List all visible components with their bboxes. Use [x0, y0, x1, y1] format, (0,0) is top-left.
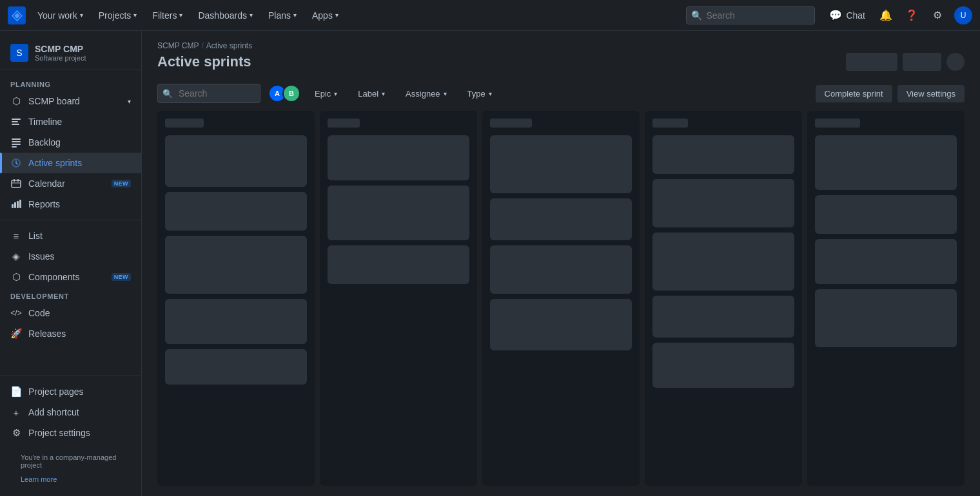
- planning-section-label: PLANNING: [0, 75, 141, 91]
- settings-button[interactable]: ⚙: [927, 5, 948, 26]
- board-search-input[interactable]: [157, 84, 260, 103]
- topnav-apps[interactable]: Apps ▾: [306, 6, 345, 24]
- reports-icon: [10, 198, 22, 210]
- svg-rect-13: [17, 201, 19, 208]
- epic-filter[interactable]: Epic ▾: [308, 86, 344, 102]
- card-skeleton: [815, 195, 957, 234]
- project-type: Software project: [35, 54, 131, 62]
- board-column-3: [645, 111, 802, 486]
- card-skeleton: [652, 179, 794, 227]
- sidebar-item-project-settings[interactable]: ⚙ Project settings: [0, 423, 141, 443]
- topnav-search-input[interactable]: [686, 6, 815, 24]
- card-skeleton: [490, 299, 632, 350]
- components-icon: ⬡: [10, 271, 22, 283]
- label-filter[interactable]: Label ▾: [351, 86, 391, 102]
- card-skeleton: [328, 245, 469, 284]
- svg-rect-6: [12, 144, 21, 145]
- chevron-down-icon: ▾: [334, 90, 337, 97]
- issues-icon: ◈: [10, 251, 22, 262]
- svg-rect-1: [12, 119, 21, 120]
- sidebar-item-calendar[interactable]: Calendar NEW: [0, 173, 141, 194]
- sidebar-item-list[interactable]: ≡ List: [0, 225, 141, 246]
- column-header-4: [815, 119, 957, 128]
- sidebar-item-active-sprints[interactable]: Active sprints: [0, 153, 141, 173]
- topnav-plans[interactable]: Plans ▾: [262, 6, 303, 24]
- column-header-3: [652, 119, 794, 128]
- card-skeleton: [165, 349, 307, 385]
- chevron-down-icon: ▾: [293, 12, 297, 19]
- card-skeleton: [165, 192, 307, 231]
- avatar-group: A B: [268, 84, 300, 102]
- assignee-filter[interactable]: Assignee ▾: [399, 86, 453, 102]
- sidebar-item-components[interactable]: ⬡ Components NEW: [0, 267, 141, 287]
- toolbar-skeleton-2: [903, 53, 941, 71]
- sidebar-item-add-shortcut[interactable]: + Add shortcut: [0, 402, 141, 423]
- card-skeleton: [490, 135, 632, 193]
- board-controls: 🔍 A B Epic ▾ Label ▾ Assignee ▾ Type ▾: [142, 84, 980, 111]
- learn-more-link[interactable]: Learn more: [10, 474, 131, 483]
- sidebar-item-project-pages[interactable]: 📄 Project pages: [0, 381, 141, 402]
- board-icon: ⬡: [10, 95, 22, 107]
- sidebar-item-code[interactable]: </> Code: [0, 303, 141, 323]
- card-skeleton: [652, 296, 794, 338]
- topnav-your-work[interactable]: Your work ▾: [31, 6, 90, 24]
- chevron-down-icon: ▾: [133, 12, 137, 19]
- breadcrumb: SCMP CMP / Active sprints: [157, 41, 965, 50]
- toolbar-skeleton-3: [946, 53, 965, 71]
- sidebar-item-issues[interactable]: ◈ Issues: [0, 246, 141, 267]
- column-header-0: [165, 119, 307, 128]
- topnav-filters[interactable]: Filters ▾: [146, 6, 189, 24]
- board-column-1: [320, 111, 477, 486]
- board-column-4: [807, 111, 965, 486]
- add-shortcut-icon: +: [10, 406, 22, 418]
- jira-logo[interactable]: [8, 6, 26, 24]
- board-header: SCMP CMP / Active sprints Active sprints: [142, 31, 980, 84]
- help-icon: ❓: [905, 9, 918, 21]
- view-settings-button[interactable]: View settings: [897, 85, 965, 102]
- topnav-projects[interactable]: Projects ▾: [92, 6, 144, 24]
- settings-icon: ⚙: [10, 427, 22, 439]
- svg-rect-12: [14, 202, 16, 208]
- notifications-button[interactable]: 🔔: [876, 5, 896, 26]
- sidebar-item-backlog[interactable]: Backlog: [0, 132, 141, 153]
- board-actions: Complete sprint View settings: [816, 85, 965, 102]
- card-skeleton: [165, 299, 307, 344]
- type-filter[interactable]: Type ▾: [461, 86, 498, 102]
- chat-button[interactable]: 💬 Chat: [824, 5, 870, 26]
- sidebar-item-reports[interactable]: Reports: [0, 194, 141, 215]
- new-badge: NEW: [112, 180, 131, 187]
- chevron-down-icon: ▾: [335, 12, 338, 19]
- topnav-dashboards[interactable]: Dashboards ▾: [191, 6, 259, 24]
- svg-rect-4: [12, 138, 21, 140]
- board-columns: [142, 111, 980, 496]
- svg-rect-11: [12, 204, 14, 208]
- user-avatar[interactable]: U: [954, 6, 972, 24]
- topnav: Your work ▾ Projects ▾ Filters ▾ Dashboa…: [0, 0, 980, 31]
- avatar-1[interactable]: B: [282, 84, 300, 102]
- chevron-down-icon: ▾: [444, 90, 447, 97]
- sidebar-item-releases[interactable]: 🚀 Releases: [0, 323, 141, 344]
- board-search-wrap: 🔍: [157, 84, 260, 103]
- card-skeleton: [490, 245, 632, 294]
- pages-icon: 📄: [10, 386, 22, 397]
- development-section-label: DEVELOPMENT: [0, 287, 141, 303]
- sidebar-project[interactable]: S SCMP CMP Software project: [0, 39, 141, 70]
- list-icon: ≡: [10, 230, 22, 242]
- main-layout: S SCMP CMP Software project PLANNING ⬡ S…: [0, 31, 980, 496]
- column-header-2: [490, 119, 632, 128]
- complete-sprint-button[interactable]: Complete sprint: [816, 85, 892, 102]
- column-header-1: [328, 119, 469, 128]
- help-button[interactable]: ❓: [901, 5, 922, 26]
- board-column-2: [482, 111, 640, 486]
- board-column-0: [157, 111, 315, 486]
- company-managed-notice: You're in a company-managed project Lear…: [0, 443, 141, 488]
- svg-rect-9: [14, 179, 15, 182]
- card-skeleton: [328, 186, 469, 240]
- card-skeleton: [815, 239, 957, 284]
- card-skeleton: [165, 236, 307, 294]
- card-skeleton: [328, 135, 469, 180]
- sidebar-item-scmp-board[interactable]: ⬡ SCMP board ▾: [0, 91, 141, 111]
- sidebar-item-timeline[interactable]: Timeline: [0, 111, 141, 132]
- chat-icon: 💬: [829, 9, 842, 21]
- search-icon: 🔍: [691, 10, 702, 21]
